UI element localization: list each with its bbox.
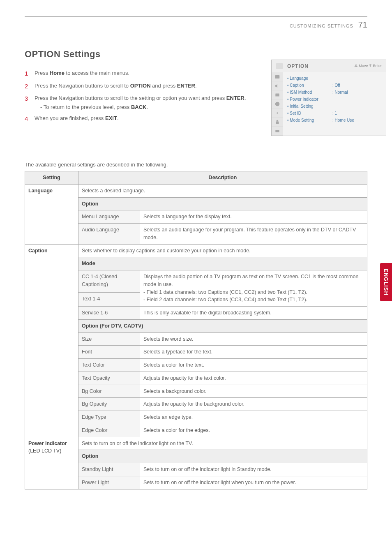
- setting-caption: Caption: [25, 244, 78, 437]
- setting-language: Language: [25, 184, 78, 244]
- text: (For DTV, CADTV): [98, 323, 143, 329]
- step-number: 2: [25, 82, 30, 91]
- opt-name: Bg Opacity: [78, 398, 140, 411]
- audio-icon: [272, 81, 283, 90]
- desc: Selects a desired language.: [78, 184, 367, 197]
- opt-name: Bg Color: [78, 385, 140, 398]
- svg-point-2: [275, 102, 280, 106]
- opt-desc: Selects a background color.: [140, 385, 367, 398]
- settings-table: Setting Description Language Selects a d…: [25, 171, 367, 489]
- table-header-row: Setting Description: [25, 171, 367, 185]
- opt-desc: Adjusts the opacity for the background c…: [140, 398, 367, 411]
- opt-name: Menu Language: [78, 210, 140, 224]
- text-bold: Option: [82, 323, 98, 329]
- opt-name: Power Light: [78, 476, 140, 489]
- opt-desc: Sets to turn on or off the indicator lig…: [140, 476, 367, 489]
- page-number: 71: [358, 18, 367, 31]
- text: Displays the audio portion of a TV progr…: [143, 274, 358, 287]
- osd-title: OPTION: [287, 62, 354, 70]
- exit-label: EXIT: [105, 115, 117, 121]
- osd-list: • Language • Caption: Off • ISM Method: …: [283, 72, 386, 136]
- osd-panel: OPTION ꔛ Move ꔉ Enter • Language • Capti…: [271, 60, 386, 136]
- svg-rect-0: [275, 75, 280, 78]
- subhead-option-dtv: Option (For DTV, CADTV): [78, 319, 367, 332]
- osd-label: • Set ID: [287, 110, 332, 116]
- osd-label: • Mode Setting: [287, 117, 332, 123]
- text: .: [117, 115, 119, 121]
- osd-label: • Initial Setting: [287, 103, 332, 109]
- osd-row: • Language: [283, 75, 386, 82]
- text: Power Indicator: [28, 441, 67, 446]
- opt-name: Size: [78, 332, 140, 346]
- svg-rect-4: [276, 121, 279, 124]
- opt-desc: Selects the word size.: [140, 332, 367, 346]
- osd-value: : 1: [332, 110, 337, 116]
- opt-name: Edge Type: [78, 411, 140, 424]
- opt-desc: Adjusts the opacity for the text color.: [140, 372, 367, 385]
- text: - Field 1 data channels: two Captions (C…: [143, 289, 307, 303]
- opt-name: Audio Language: [78, 224, 140, 245]
- text: and press: [151, 83, 177, 89]
- step-number: 1: [25, 69, 30, 78]
- osd-value: : Normal: [332, 89, 348, 95]
- svg-rect-1: [275, 93, 279, 96]
- table-row: Caption Sets whether to display captions…: [25, 244, 367, 257]
- opt-name: Service 1-6: [78, 307, 140, 320]
- opt-name: Text Opacity: [78, 372, 140, 385]
- table-row: Power Indicator (LED LCD TV) Sets to tur…: [25, 437, 367, 450]
- option-icon: [272, 108, 283, 118]
- subhead-mode: Mode: [78, 257, 367, 270]
- page-title: OPTION Settings: [25, 47, 367, 61]
- back-label: BACK: [131, 104, 147, 110]
- text: to access the main menus.: [65, 70, 129, 76]
- opt-desc: Selects an edge type.: [140, 411, 367, 424]
- col-description: Description: [78, 171, 367, 185]
- osd-label: • Power Indicator: [287, 96, 332, 102]
- step-number: 3: [25, 94, 30, 111]
- subhead-option: Option: [78, 197, 367, 210]
- osd-body: • Language • Caption: Off • ISM Method: …: [272, 72, 386, 136]
- text: .: [244, 95, 246, 101]
- text: Press the Navigation buttons to scroll t…: [35, 95, 226, 101]
- step-text: When you are finished, press EXIT.: [35, 114, 119, 124]
- osd-row: • Set ID: 1: [283, 110, 386, 117]
- osd-hint: ꔛ Move ꔉ Enter: [354, 63, 382, 69]
- step-text: Press Home to access the main menus.: [35, 69, 129, 78]
- setting-power-indicator: Power Indicator (LED LCD TV): [25, 437, 78, 489]
- osd-label: • Language: [287, 75, 332, 81]
- opt-desc: Selects a color for the edges.: [140, 424, 367, 437]
- language-tab: ENGLISH: [380, 263, 392, 301]
- svg-point-3: [277, 112, 278, 114]
- header-rule: [25, 16, 367, 17]
- section-title: CUSTOMIZING SETTINGS: [290, 23, 353, 30]
- text: - To return to the previous level, press: [40, 104, 131, 110]
- table-row: Language Selects a desired language.: [25, 184, 367, 197]
- enter-label: ENTER: [177, 83, 195, 89]
- col-setting: Setting: [25, 171, 78, 185]
- text-note: (LED LCD TV): [28, 448, 61, 454]
- step-sub: - To return to the previous level, press…: [40, 103, 246, 111]
- text: .: [146, 104, 148, 110]
- time-icon: [272, 99, 283, 108]
- opt-name: Standby Light: [78, 463, 140, 476]
- text: Press the Navigation buttons to scroll t…: [35, 83, 130, 89]
- home-label: Home: [50, 70, 65, 76]
- opt-desc: Selects a language for the display text.: [140, 210, 367, 224]
- osd-icons-column: [272, 72, 283, 136]
- opt-name: Edge Color: [78, 424, 140, 437]
- step-text: Press the Navigation buttons to scroll t…: [35, 82, 197, 91]
- lock-icon: [272, 118, 283, 127]
- osd-row: • Caption: Off: [283, 82, 386, 89]
- osd-label: • ISM Method: [287, 89, 332, 95]
- enter-label: ENTER: [226, 95, 244, 101]
- desc: Sets to turn on or off the indicator lig…: [78, 437, 367, 450]
- opt-desc: This is only available for the digital b…: [140, 307, 367, 320]
- opt-name: Font: [78, 346, 140, 359]
- opt-name: Text Color: [78, 359, 140, 372]
- osd-label: • Caption: [287, 82, 332, 88]
- osd-category-icon: [276, 63, 283, 69]
- option-label: OPTION: [130, 83, 151, 89]
- opt-desc: Selects a typeface for the text.: [140, 346, 367, 359]
- osd-row: • Initial Setting: [283, 103, 386, 110]
- opt-name: Text 1-4: [78, 293, 140, 307]
